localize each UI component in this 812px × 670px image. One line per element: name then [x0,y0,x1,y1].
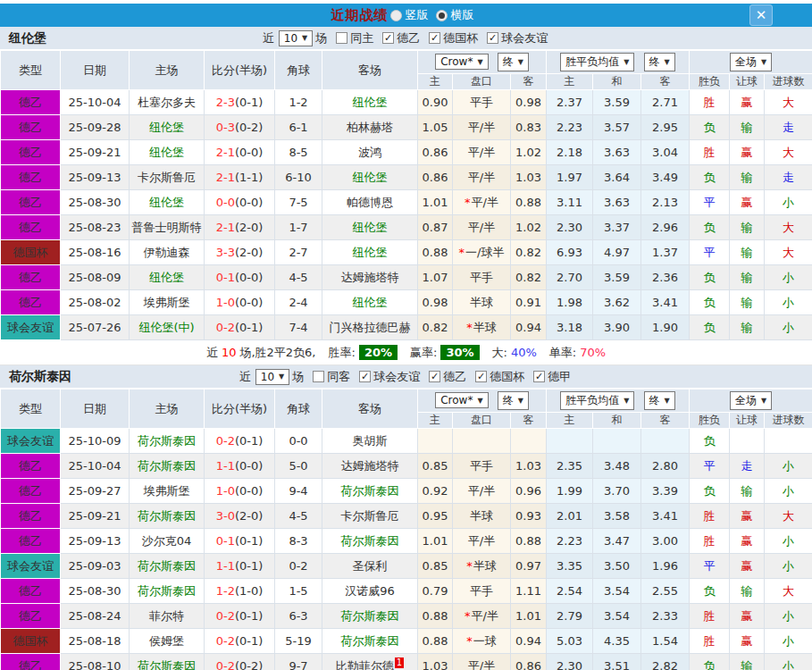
league-checkbox[interactable]: ✓ [533,371,545,382]
cell-away-team[interactable]: 波鸿 [322,140,418,165]
cell-away-team[interactable]: 纽伦堡 [322,215,418,240]
scope-select[interactable]: 全场▼ [730,53,772,71]
cell-away-team[interactable]: 柏林赫塔 [322,115,418,140]
cell-home-team[interactable]: 纽伦堡 [130,115,205,140]
cell-away-team[interactable]: 圣保利 [322,554,418,579]
cell-odds-away: 0.83 [511,115,547,140]
cell-home-team[interactable]: 普鲁士明斯特 [130,215,205,240]
cell-corner: 4-5 [275,265,322,290]
cell-away-team[interactable]: 达姆施塔特 [322,265,418,290]
odds-stage-select[interactable]: 终▼ [498,391,529,410]
mean-stage-select[interactable]: 终▼ [644,391,675,410]
close-button[interactable]: ✕ [749,4,773,26]
cell-result: 负 [690,165,730,190]
cell-away-team[interactable]: 荷尔斯泰因 [322,479,418,504]
cell-handicap: 平/半 [453,215,511,240]
league-checkbox[interactable]: ✓ [475,371,487,382]
early-odds-star-icon: * [465,196,471,209]
cell-home-team[interactable]: 纽伦堡 [130,190,205,215]
cell-odds-away: 0.94 [511,629,547,654]
cell-away-team[interactable]: 帕德博恩 [322,190,418,215]
match-row: 德乙25-09-21纽伦堡2-1(0-0)8-5波鸿0.86平/半1.022.1… [1,140,812,165]
mean-type-select[interactable]: 胜平负均值▼ [560,53,634,71]
cell-date: 25-09-27 [61,479,130,504]
league-checkbox[interactable]: ✓ [487,32,498,44]
match-row: 德乙25-08-30纽伦堡0-0(0-0)7-5帕德博恩1.01*平/半0.88… [1,190,812,215]
cell-result: 负 [690,215,730,240]
win-rate-value: 20% [359,345,398,360]
cell-away-team[interactable]: 奥胡斯 [322,429,418,454]
recent-count-select[interactable]: 10▼ [255,369,289,385]
cell-away-team[interactable]: 卡尔斯鲁厄 [322,504,418,529]
match-row: 德乙25-09-13沙尔克040-1(0-1)8-3荷尔斯泰因1.01平/半0.… [1,529,812,554]
mean-type-select[interactable]: 胜平负均值▼ [560,391,634,410]
cell-home-team[interactable]: 纽伦堡 [130,140,205,165]
odds-provider-select[interactable]: Crow*▼ [435,392,488,408]
cell-home-team[interactable]: 荷尔斯泰因 [130,454,205,479]
cell-home-team[interactable]: 荷尔斯泰因 [130,504,205,529]
col-home: 主场 [130,51,205,90]
cell-home-team[interactable]: 纽伦堡(中) [130,315,205,340]
cell-away-team[interactable]: 纽伦堡 [322,165,418,190]
cell-avg-draw: 3.63 [593,190,641,215]
cell-goals-result: 大 [765,504,812,529]
vertical-radio[interactable] [390,10,402,21]
cell-avg-away: 2.13 [641,190,690,215]
cell-away-team[interactable]: 纽伦堡 [322,240,418,265]
single-rate-label: 单率: [549,345,576,361]
scope-select[interactable]: 全场▼ [730,391,772,410]
scope-group-header: 全场▼ [690,51,812,74]
horizontal-radio[interactable] [436,10,448,21]
league-checkbox[interactable]: ✓ [429,371,440,382]
cell-home-team[interactable]: 沙尔克04 [130,529,205,554]
cell-home-team[interactable]: 菲尔特 [130,604,205,629]
cell-odds-away: 1.02 [511,140,547,165]
cell-away-team[interactable]: 门兴格拉德巴赫 [322,315,418,340]
league-label: 球会友谊 [501,30,548,46]
cell-home-team[interactable]: 荷尔斯泰因 [130,429,205,454]
filter-bar: 近10▼场同客✓球会友谊✓德乙✓德国杯✓德甲 [0,369,812,385]
cell-away-team[interactable]: 荷尔斯泰因 [322,529,418,554]
cell-home-team[interactable]: 侯姆堡 [130,629,205,654]
cell-home-team[interactable]: 卡尔斯鲁厄 [130,165,205,190]
vertical-radio-label[interactable]: 竖版 [406,7,429,23]
cell-handicap-result: 输 [730,215,765,240]
same-venue-checkbox[interactable] [313,371,324,382]
cell-away-team[interactable]: 纽伦堡 [322,90,418,115]
cell-home-team[interactable]: 荷尔斯泰因 [130,579,205,604]
cell-home-team[interactable]: 埃弗斯堡 [130,479,205,504]
cell-home-team[interactable]: 纽伦堡 [130,265,205,290]
win-rate-label: 胜率: [329,345,356,361]
cell-handicap-result: 输 [730,654,765,670]
league-checkbox[interactable]: ✓ [359,371,371,382]
cell-result: 胜 [690,90,730,115]
cell-away-team[interactable]: 荷尔斯泰因 [322,629,418,654]
cell-odds-away: 0.82 [511,265,547,290]
league-badge: 德乙 [1,604,61,629]
horizontal-radio-label[interactable]: 横版 [451,7,474,23]
cell-away-team[interactable]: 荷尔斯泰因 [322,604,418,629]
cell-home-team[interactable]: 荷尔斯泰因 [130,554,205,579]
cell-away-team[interactable]: 汉诺威96 [322,579,418,604]
cell-home-team[interactable]: 荷尔斯泰因 [130,654,205,670]
cell-away-team[interactable]: 纽伦堡 [322,290,418,315]
cell-avg-home: 2.70 [547,265,593,290]
cell-home-team[interactable]: 伊勒迪森 [130,240,205,265]
same-venue-checkbox[interactable] [336,32,347,44]
cell-home-team[interactable]: 杜塞尔多夫 [130,90,205,115]
cell-away-team[interactable]: 比勒菲尔德1 [322,654,418,670]
league-checkbox[interactable]: ✓ [382,32,394,44]
odds-provider-select[interactable]: Crow*▼ [435,54,488,70]
cell-odds-home: 1.05 [418,115,453,140]
league-badge: 德乙 [1,215,61,240]
cell-home-team[interactable]: 埃弗斯堡 [130,290,205,315]
cell-away-team[interactable]: 达姆施塔特 [322,454,418,479]
cell-date: 25-09-03 [61,554,130,579]
cell-date: 25-09-13 [61,529,130,554]
odds-stage-select[interactable]: 终▼ [498,53,529,71]
cell-odds-home: 0.88 [418,629,453,654]
league-checkbox[interactable]: ✓ [429,32,440,44]
recent-count-select[interactable]: 10▼ [279,30,313,46]
mean-stage-select[interactable]: 终▼ [644,53,675,71]
mean-group-header: 胜平负均值▼ 终▼ [547,51,690,74]
